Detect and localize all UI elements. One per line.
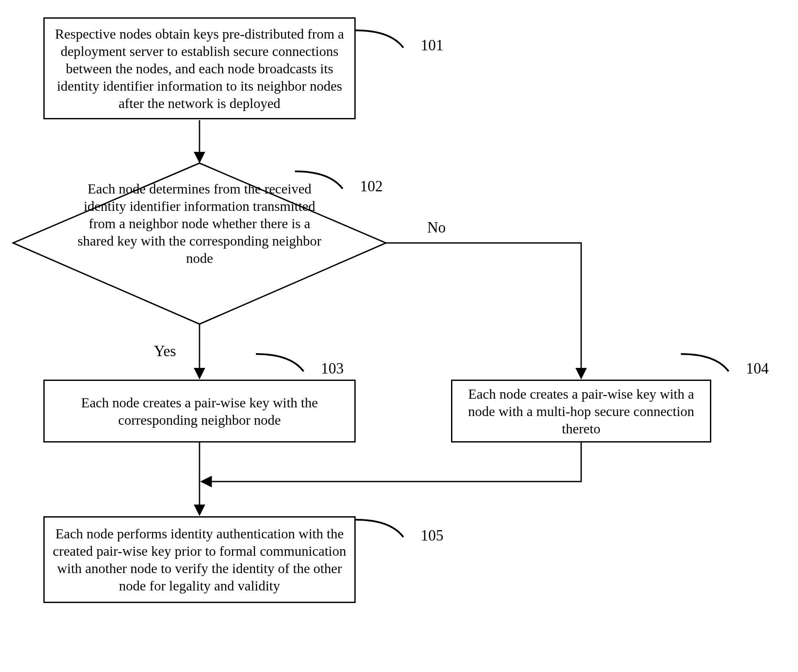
branch-no-label: No — [427, 219, 446, 236]
step-103-text: Each node creates a pair-wise key with t… — [51, 394, 348, 429]
step-105-box: Each node performs identity authenticati… — [43, 516, 356, 603]
step-103-box: Each node creates a pair-wise key with t… — [43, 380, 356, 443]
step-102-text: Each node determines from the received i… — [69, 180, 330, 267]
step-104-ref: 104 — [746, 360, 769, 377]
step-101-text: Respective nodes obtain keys pre-distrib… — [51, 25, 348, 112]
step-103-ref: 103 — [321, 360, 344, 377]
step-104-text: Each node creates a pair-wise key with a… — [458, 385, 704, 437]
step-105-ref: 105 — [421, 527, 444, 544]
step-104-box: Each node creates a pair-wise key with a… — [451, 380, 711, 443]
step-102-ref: 102 — [360, 178, 383, 195]
step-105-text: Each node performs identity authenticati… — [51, 525, 348, 594]
step-101-ref: 101 — [421, 37, 444, 54]
branch-yes-label: Yes — [154, 343, 176, 360]
flowchart-canvas: Respective nodes obtain keys pre-distrib… — [0, 0, 798, 672]
step-101-box: Respective nodes obtain keys pre-distrib… — [43, 17, 356, 119]
